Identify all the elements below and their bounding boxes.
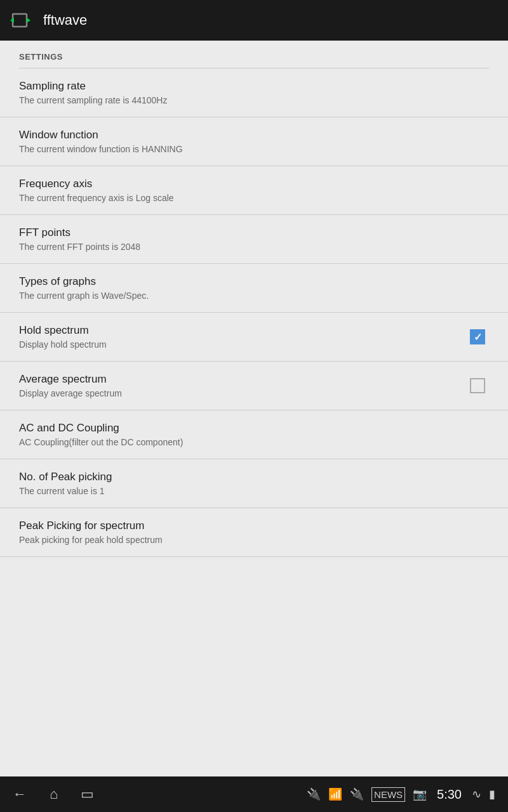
- setting-subtitle-peak-picking-spectrum: Peak picking for peak hold spectrum: [19, 535, 489, 545]
- checkmark-icon: ✓: [474, 331, 482, 343]
- news-icon: NEWS: [371, 787, 405, 802]
- setting-subtitle-types-of-graphs: The current graph is Wave/Spec.: [19, 291, 489, 301]
- setting-title-hold-spectrum: Hold spectrum: [19, 324, 466, 337]
- nav-right: 🔌 📶 🔌 NEWS 📷 5:30 ∿ ▮: [307, 787, 495, 802]
- checkbox-hold-spectrum[interactable]: ✓: [470, 329, 485, 344]
- setting-subtitle-average-spectrum: Display average spectrum: [19, 388, 466, 398]
- setting-item-ac-dc-coupling[interactable]: AC and DC Coupling AC Coupling(filter ou…: [0, 410, 508, 459]
- setting-item-window-function[interactable]: Window function The current window funct…: [0, 117, 508, 166]
- setting-title-sampling-rate: Sampling rate: [19, 80, 489, 93]
- usb-storage-icon: 🔌: [350, 787, 364, 801]
- setting-title-ac-dc-coupling: AC and DC Coupling: [19, 422, 489, 435]
- setting-title-types-of-graphs: Types of graphs: [19, 275, 489, 288]
- battery-icon: ▮: [489, 787, 495, 801]
- setting-subtitle-frequency-axis: The current frequency axis is Log scale: [19, 193, 489, 203]
- setting-subtitle-sampling-rate: The current sampling rate is 44100Hz: [19, 95, 489, 105]
- setting-item-sampling-rate[interactable]: Sampling rate The current sampling rate …: [0, 69, 508, 117]
- navbar: ← ⌂ ▭ 🔌 📶 🔌 NEWS 📷 5:30 ∿ ▮: [0, 776, 508, 812]
- setting-item-peak-picking-spectrum[interactable]: Peak Picking for spectrum Peak picking f…: [0, 508, 508, 557]
- setting-title-frequency-axis: Frequency axis: [19, 178, 489, 190]
- setting-subtitle-no-peak-picking: The current value is 1: [19, 486, 489, 496]
- photo-icon: 📷: [413, 787, 427, 801]
- svg-rect-0: [13, 14, 27, 27]
- status-time: 5:30: [437, 787, 462, 802]
- back-icon[interactable]: ←: [13, 786, 27, 802]
- setting-item-types-of-graphs[interactable]: Types of graphs The current graph is Wav…: [0, 264, 508, 313]
- setting-title-peak-picking-spectrum: Peak Picking for spectrum: [19, 520, 489, 532]
- settings-content: SETTINGS Sampling rate The current sampl…: [0, 41, 508, 776]
- setting-text-ac-dc-coupling: AC and DC Coupling AC Coupling(filter ou…: [19, 422, 489, 447]
- setting-text-sampling-rate: Sampling rate The current sampling rate …: [19, 80, 489, 105]
- app-title: fftwave: [43, 12, 87, 29]
- setting-text-window-function: Window function The current window funct…: [19, 129, 489, 154]
- setting-item-fft-points[interactable]: FFT points The current FFT points is 204…: [0, 215, 508, 264]
- checkbox-container-hold-spectrum: ✓: [466, 325, 489, 348]
- checkbox-container-average-spectrum: [466, 374, 489, 397]
- wifi-icon: ∿: [472, 787, 481, 801]
- setting-text-hold-spectrum: Hold spectrum Display hold spectrum: [19, 324, 466, 350]
- setting-item-hold-spectrum[interactable]: Hold spectrum Display hold spectrum ✓: [0, 313, 508, 362]
- setting-item-average-spectrum[interactable]: Average spectrum Display average spectru…: [0, 362, 508, 410]
- settings-list: Sampling rate The current sampling rate …: [0, 69, 508, 557]
- recents-icon[interactable]: ▭: [81, 786, 94, 802]
- setting-text-frequency-axis: Frequency axis The current frequency axi…: [19, 178, 489, 203]
- sim-icon: 📶: [328, 787, 342, 801]
- setting-text-peak-picking-spectrum: Peak Picking for spectrum Peak picking f…: [19, 520, 489, 545]
- topbar: fftwave: [0, 0, 508, 41]
- usb-icon: 🔌: [307, 787, 321, 801]
- setting-title-average-spectrum: Average spectrum: [19, 373, 466, 386]
- setting-subtitle-fft-points: The current FFT points is 2048: [19, 242, 489, 252]
- home-icon[interactable]: ⌂: [50, 786, 58, 802]
- svg-marker-2: [27, 18, 30, 23]
- checkbox-average-spectrum[interactable]: [470, 378, 485, 393]
- setting-text-fft-points: FFT points The current FFT points is 204…: [19, 226, 489, 252]
- app-icon: [10, 8, 36, 33]
- setting-subtitle-window-function: The current window function is HANNING: [19, 144, 489, 154]
- setting-text-types-of-graphs: Types of graphs The current graph is Wav…: [19, 275, 489, 301]
- setting-text-average-spectrum: Average spectrum Display average spectru…: [19, 373, 466, 398]
- setting-title-fft-points: FFT points: [19, 226, 489, 239]
- setting-title-no-peak-picking: No. of Peak picking: [19, 471, 489, 483]
- nav-left: ← ⌂ ▭: [13, 786, 94, 802]
- settings-header: SETTINGS: [0, 41, 508, 68]
- setting-item-no-peak-picking[interactable]: No. of Peak picking The current value is…: [0, 459, 508, 508]
- setting-text-no-peak-picking: No. of Peak picking The current value is…: [19, 471, 489, 496]
- setting-title-window-function: Window function: [19, 129, 489, 141]
- setting-subtitle-hold-spectrum: Display hold spectrum: [19, 339, 466, 350]
- setting-subtitle-ac-dc-coupling: AC Coupling(filter out the DC component): [19, 437, 489, 447]
- setting-item-frequency-axis[interactable]: Frequency axis The current frequency axi…: [0, 166, 508, 215]
